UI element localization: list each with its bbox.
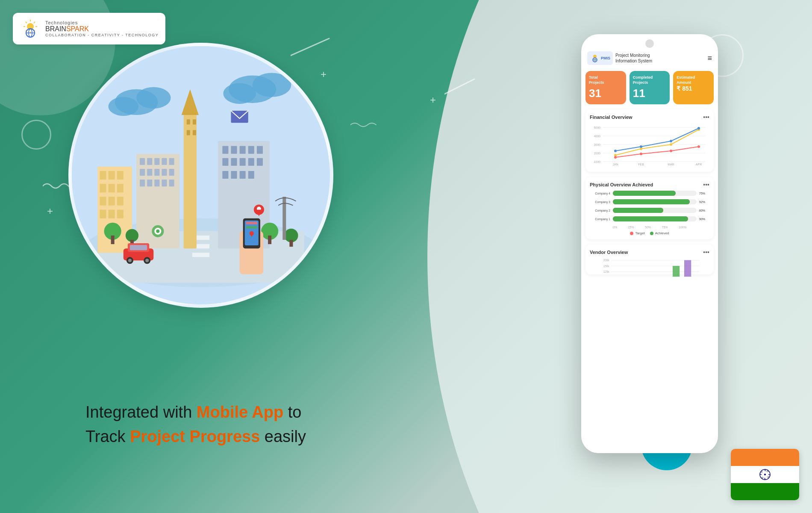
- bar-pct-1: 90%: [699, 218, 709, 221]
- financial-chart-svg: 5000 4000 3000 2000 1000 JAN FEB MAR APR: [590, 123, 709, 166]
- phone-scroll-area: Financial Overview ••• 5000 4000 3000 20…: [581, 107, 718, 453]
- svg-line-153: [762, 477, 763, 478]
- svg-rect-83: [289, 240, 293, 247]
- pmis-badge: PMIS: [587, 51, 613, 65]
- bar-chart: Company 4 75% Company 3 92%: [590, 191, 709, 221]
- svg-rect-37: [187, 130, 190, 135]
- app-title-line1: Project Monitoring: [615, 53, 652, 58]
- svg-line-160: [767, 470, 768, 472]
- deco-wave-2: [350, 120, 380, 130]
- bar-track-3: [613, 199, 697, 204]
- financial-overview-card: Financial Overview ••• 5000 4000 3000 20…: [585, 109, 714, 172]
- svg-rect-19: [192, 253, 209, 257]
- financial-chart-header: Financial Overview •••: [590, 114, 709, 121]
- bar-pct-4: 75%: [699, 192, 709, 195]
- vendor-chart-menu[interactable]: •••: [703, 249, 709, 256]
- svg-rect-52: [154, 180, 159, 186]
- logo-spark-text: SPARK: [66, 25, 89, 32]
- stat-estimated-amount: EstimatedAmount ₹ 851: [673, 71, 714, 104]
- bar-track-1: [613, 216, 697, 221]
- bar-pct-3: 92%: [699, 200, 709, 203]
- svg-point-72: [109, 97, 138, 116]
- svg-rect-44: [169, 158, 174, 165]
- svg-rect-143: [673, 266, 680, 277]
- hero-suffix-1: to: [283, 403, 301, 421]
- flag-stripe-orange: [731, 449, 799, 466]
- phone-header: PMIS Project Monitoring Information Syst…: [581, 48, 718, 68]
- stat-completed-projects: CompletedProjects 11: [630, 71, 670, 104]
- svg-rect-46: [147, 169, 152, 176]
- stat-total-label: TotalProjects: [589, 75, 623, 85]
- svg-rect-67: [231, 171, 237, 179]
- bar-achieved-2: [613, 208, 663, 213]
- stat-completed-value: 11: [633, 87, 667, 100]
- svg-rect-40: [140, 158, 145, 165]
- svg-point-130: [670, 140, 672, 142]
- svg-text:FEB: FEB: [638, 163, 644, 166]
- svg-text:200k: 200k: [603, 259, 610, 262]
- svg-rect-49: [169, 169, 174, 176]
- bar-achieved-3: [613, 199, 690, 204]
- svg-rect-28: [109, 197, 115, 205]
- svg-rect-66: [222, 171, 228, 179]
- svg-rect-81: [268, 236, 271, 244]
- physical-chart-legend: Target Achieved: [590, 231, 709, 235]
- svg-point-75: [223, 83, 256, 104]
- logo-container: Technologies BRAINSPARK COLLABORATION - …: [13, 13, 165, 44]
- ashoka-chakra: [759, 468, 771, 481]
- hero-mobile-app: Mobile App: [197, 403, 283, 421]
- svg-rect-64: [248, 158, 254, 166]
- hero-text: Integrated with Mobile App to Track Proj…: [85, 400, 306, 449]
- svg-line-151: [768, 477, 769, 478]
- svg-rect-57: [231, 146, 237, 154]
- svg-rect-48: [162, 169, 167, 176]
- app-title-line2: Information System: [615, 58, 652, 64]
- bar-achieved-4: [613, 191, 676, 196]
- svg-rect-90: [130, 245, 147, 250]
- deco-plus-4: +: [47, 205, 53, 217]
- svg-point-89: [145, 259, 149, 262]
- legend-target-label: Target: [635, 231, 644, 235]
- deco-circle-2: [21, 120, 51, 150]
- svg-rect-50: [140, 180, 145, 186]
- phone-header-logo: PMIS Project Monitoring Information Syst…: [587, 51, 652, 65]
- svg-rect-54: [169, 180, 174, 186]
- svg-text:1000: 1000: [594, 160, 600, 163]
- svg-point-134: [670, 150, 672, 152]
- svg-line-161: [762, 478, 763, 479]
- svg-rect-36: [193, 119, 196, 124]
- physical-chart-header: Physical Overview Achieved •••: [590, 181, 709, 188]
- svg-rect-21: [100, 171, 106, 180]
- svg-rect-23: [117, 171, 124, 180]
- svg-rect-60: [257, 146, 263, 154]
- deco-line-1: [291, 34, 333, 60]
- legend-target-dot: [630, 232, 633, 235]
- legend-achieved-dot: [650, 232, 653, 235]
- deco-plus-3: +: [430, 94, 436, 106]
- svg-rect-25: [109, 184, 115, 192]
- svg-line-7: [26, 22, 27, 23]
- svg-rect-102: [246, 222, 257, 224]
- hamburger-icon[interactable]: ≡: [707, 54, 712, 63]
- stat-estimated-value: ₹ 851: [677, 85, 710, 92]
- svg-rect-65: [257, 158, 263, 166]
- svg-line-150: [762, 471, 763, 472]
- physical-overview-card: Physical Overview Achieved ••• Company 4…: [585, 177, 714, 239]
- svg-rect-69: [248, 171, 254, 179]
- svg-point-94: [156, 230, 159, 233]
- svg-rect-26: [117, 184, 124, 192]
- svg-text:150k: 150k: [603, 265, 610, 268]
- svg-text:4000: 4000: [594, 135, 600, 138]
- svg-point-87: [128, 259, 132, 262]
- logo-brain-text: BRAIN: [45, 25, 66, 32]
- svg-rect-63: [240, 158, 246, 166]
- svg-line-159: [768, 476, 770, 477]
- city-illustration: [68, 43, 333, 308]
- svg-point-128: [614, 150, 617, 152]
- financial-chart-title: Financial Overview: [590, 115, 633, 120]
- hero-suffix-2: easily: [260, 428, 306, 445]
- financial-chart-menu[interactable]: •••: [703, 114, 709, 121]
- svg-rect-103: [246, 226, 257, 229]
- physical-chart-menu[interactable]: •••: [703, 181, 709, 188]
- svg-rect-41: [147, 158, 152, 165]
